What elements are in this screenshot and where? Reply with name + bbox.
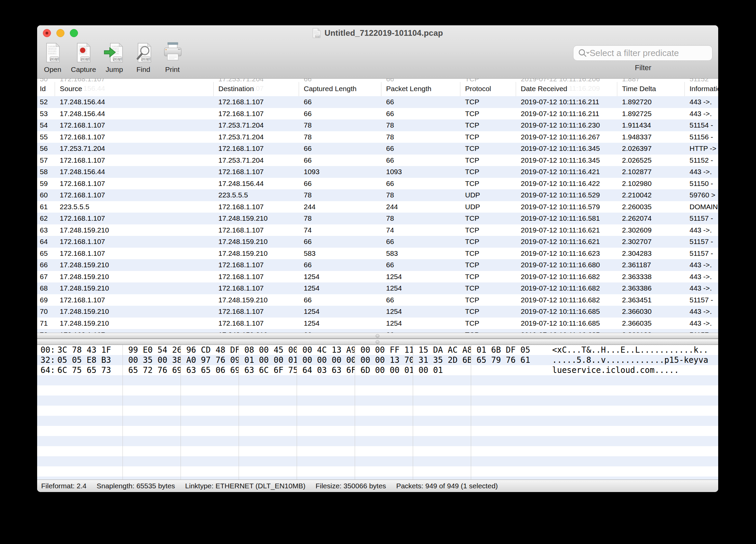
search-filter-icon[interactable] [577, 49, 590, 57]
table-cell: 2.102877 [617, 168, 685, 176]
table-row[interactable]: 6817.248.159.210172.168.1.10712541254TCP… [37, 282, 718, 294]
table-cell: 17.248.159.210 [55, 319, 214, 327]
hex-dump-pane: 00:3C 78 43 1F99 E0 54 2696 CD 48 DF08 0… [37, 345, 718, 480]
table-cell: 1254 [299, 319, 381, 327]
table-cell: 172.168.1.107 [214, 284, 299, 292]
table-cell: 244 [299, 203, 381, 211]
table-cell: 52 [37, 98, 55, 106]
table-row[interactable]: 6317.248.159.210172.168.1.1077474TCP2019… [37, 224, 718, 236]
table-cell: 60 [37, 191, 55, 199]
table-cell: TCP [460, 284, 516, 292]
hex-byte-group [471, 365, 541, 375]
hex-byte-group [297, 456, 355, 466]
table-cell: 78 [299, 121, 381, 129]
status-item: Fileformat: 2.4 [41, 482, 86, 490]
table-row[interactable]: 72172.168.1.10717.248.159.2106666TCP2019… [37, 329, 718, 333]
toolbar-button-find[interactable]: 110100101011111110110101pcapFind [133, 42, 154, 74]
column-header-packet-length[interactable]: Packet Length [381, 82, 460, 96]
table-row[interactable]: 65172.168.1.10717.248.159.210583583TCP20… [37, 248, 718, 260]
table-cell: 64 [37, 238, 55, 246]
column-header-protocol[interactable]: Protocol [460, 82, 516, 96]
column-header-time-delta[interactable]: Time Delta [617, 82, 685, 96]
table-cell: 1254 [381, 307, 460, 316]
table-row[interactable]: 7017.248.159.210172.168.1.10712541254TCP… [37, 306, 718, 318]
table-cell: 2019-07-12 10:11:16.267 [516, 133, 617, 141]
toolbar-button-jump[interactable]: 110100101011111110110101pcapJump [104, 42, 125, 74]
table-cell: 78 [299, 133, 381, 141]
hex-byte-group: 00 4C 13 A9 [297, 345, 355, 355]
hex-row-empty [37, 456, 718, 466]
hex-byte-group [37, 456, 123, 466]
table-row[interactable]: 6717.248.159.210172.168.1.10712541254TCP… [37, 271, 718, 283]
table-cell: 66 [299, 98, 381, 106]
table-cell: 172.168.1.107 [214, 226, 299, 234]
hex-byte-group [471, 466, 541, 477]
table-row[interactable]: 6617.248.159.210172.168.1.1076666TCP2019… [37, 259, 718, 271]
toolbar-button-open[interactable]: 1101001101011011111011101011pcapOpen [42, 42, 63, 74]
table-cell: 66 [381, 98, 460, 106]
column-header-information[interactable]: Information [685, 82, 718, 96]
hex-byte-group [123, 456, 181, 466]
table-cell: 2019-07-12 10:11:16.581 [516, 214, 617, 222]
svg-text:1101011: 1101011 [48, 52, 57, 55]
table-cell: 74 [299, 226, 381, 234]
pane-splitter-lower[interactable] [37, 339, 718, 345]
column-header-destination[interactable]: Destination [214, 82, 299, 96]
table-cell: 57 [37, 156, 55, 164]
table-cell: 2.026397 [617, 144, 685, 153]
hex-offset-label: 32: [40, 355, 57, 365]
table-row[interactable]: 55172.168.1.10717.253.71.2047878TCP2019-… [37, 131, 718, 143]
titlebar[interactable]: pcap Untitled_7122019-101104.pcap [37, 25, 718, 40]
hex-byte-group [37, 477, 123, 480]
hex-byte-group [355, 385, 413, 396]
pane-splitter-upper[interactable] [37, 333, 718, 339]
table-row[interactable]: 54172.168.1.10717.253.71.2047878TCP2019-… [37, 119, 718, 131]
jump-pcap-icon: 110100101011111110110101pcap [104, 42, 125, 65]
table-row[interactable]: 5617.253.71.204172.168.1.1076666TCP2019-… [37, 143, 718, 155]
table-row[interactable]: 61223.5.5.5172.168.1.107244244UDP2019-07… [37, 201, 718, 213]
hex-ascii-column [541, 436, 552, 446]
toolbar-button-print[interactable]: Print [162, 42, 183, 74]
hex-byte-group [413, 385, 471, 396]
hex-ascii-column [541, 456, 552, 466]
table-cell: TCP [460, 156, 516, 164]
hex-byte-group [413, 446, 471, 456]
hex-byte-group: 6D 00 00 01 [355, 365, 413, 375]
table-row[interactable]: 5217.248.156.44172.168.1.1076666TCP2019-… [37, 96, 718, 108]
hex-byte-group: 63 6C 6F 75 [239, 365, 297, 375]
hex-byte-group [123, 436, 181, 446]
filter-input[interactable] [590, 48, 708, 58]
table-row[interactable]: 62172.168.1.10717.248.159.2107878TCP2019… [37, 213, 718, 224]
toolbar-button-capture[interactable]: 1101001101011011111011101011pcapCapture [71, 42, 96, 74]
hex-byte-group [297, 446, 355, 456]
column-header-source[interactable]: Source [55, 82, 214, 96]
hex-ascii-column: lueservice.icloud.com..... [541, 365, 679, 375]
table-row[interactable]: 5317.248.156.44172.168.1.1076666TCP2019-… [37, 108, 718, 120]
table-cell: 583 [299, 249, 381, 257]
splitter-handle-icon[interactable] [376, 334, 379, 338]
table-cell: 583 [381, 249, 460, 257]
column-header-date-received[interactable]: Date Received [516, 82, 617, 96]
table-cell: 1254 [381, 284, 460, 292]
table-row[interactable]: 7117.248.159.210172.168.1.10712541254TCP… [37, 318, 718, 329]
splitter-handle-icon[interactable] [376, 340, 379, 344]
hex-byte-group [239, 396, 297, 406]
table-row[interactable]: 5817.248.156.44172.168.1.10710931093TCP2… [37, 166, 718, 178]
table-cell: 2019-07-12 10:11:16.680 [516, 261, 617, 269]
table-cell: 443 ->. [685, 261, 718, 269]
table-row[interactable]: 59172.168.1.10717.248.156.446666TCP2019-… [37, 178, 718, 190]
table-cell: 51157 - [685, 214, 718, 222]
hex-row: 32:05 05 E8 B300 35 00 38A0 97 76 0901 0… [37, 355, 718, 365]
table-row[interactable]: 64172.168.1.10717.248.159.2106666TCP2019… [37, 236, 718, 248]
table-cell: 2019-07-12 10:11:16.621 [516, 238, 617, 246]
column-header-id[interactable]: Id [37, 82, 55, 96]
column-header-captured-length[interactable]: Captured Length [299, 82, 381, 96]
table-cell: 172.168.1.107 [55, 249, 214, 257]
table-row[interactable]: 69172.168.1.10717.248.159.2106666TCP2019… [37, 294, 718, 306]
hex-byte-group: 08 00 45 00 [239, 345, 297, 355]
hex-byte-group [297, 375, 355, 385]
table-row[interactable]: 57172.168.1.10717.253.71.2046666TCP2019-… [37, 155, 718, 166]
table-cell: 17.248.156.44 [214, 180, 299, 188]
filter-field[interactable] [573, 45, 712, 61]
table-row[interactable]: 60172.168.1.107223.5.5.57878UDP2019-07-1… [37, 189, 718, 201]
